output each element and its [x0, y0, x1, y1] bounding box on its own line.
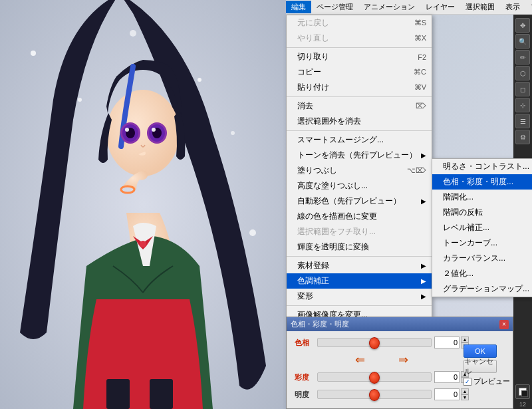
hsl-sat-slider[interactable]: [317, 372, 432, 382]
hsl-cancel-button[interactable]: キャンセル: [464, 360, 497, 373]
menu-copy[interactable]: コピー ⌘C: [287, 65, 432, 80]
hsl-dialog: 色相・彩度・明度 × OK キャンセル ✓ プレビュー 色相 ▲ ▼: [286, 317, 513, 409]
menu-paste[interactable]: 貼り付け ⌘V: [287, 80, 432, 95]
hsl-action-buttons: OK キャンセル ✓ プレビュー: [464, 344, 510, 386]
sep5: [287, 305, 432, 306]
menu-luminosity[interactable]: 輝度を透明度に変換: [287, 239, 432, 255]
hsl-sat-thumb[interactable]: [369, 372, 380, 384]
hsl-bri-thumb[interactable]: [369, 389, 380, 401]
hsl-preview-row: ✓ プレビュー: [464, 376, 510, 386]
svg-point-6: [231, 131, 235, 135]
svg-point-1: [31, 51, 36, 56]
submenu-invert[interactable]: 階調の反転 ⌘I: [432, 205, 532, 220]
hsl-ok-button[interactable]: OK: [464, 344, 497, 358]
menu-undo[interactable]: 元に戻し ⌘S: [287, 15, 432, 31]
hsl-titlebar: 色相・彩度・明度 ×: [287, 317, 513, 331]
hsl-title: 色相・彩度・明度: [291, 319, 349, 329]
svg-point-19: [125, 128, 129, 132]
submenu-hsl[interactable]: 色相・彩度・明度... ⌘U: [432, 174, 532, 190]
sep3: [287, 130, 432, 131]
hsl-hue-thumb[interactable]: [369, 337, 380, 349]
menu-fill[interactable]: 塗りつぶし ⌥⌦: [287, 163, 432, 178]
menu-smart-smooth[interactable]: スマートスムージング...: [287, 132, 432, 148]
menu-material-register[interactable]: 素材登録 ▶: [287, 258, 432, 273]
color-correction-submenu: 明るさ・コントラスト... 色相・彩度・明度... ⌘U 階調化... 階調の反…: [432, 158, 532, 297]
character-illustration: [0, 0, 286, 409]
hsl-bri-down[interactable]: ▼: [461, 394, 469, 400]
hsl-bri-slider[interactable]: [317, 390, 432, 399]
menu-tone-erase[interactable]: トーンを消去（先行プレビュー） ▶: [287, 148, 432, 163]
svg-rect-22: [150, 379, 173, 409]
svg-point-11: [140, 241, 146, 247]
menu-adv-fill[interactable]: 高度な塗りつぶし...: [287, 178, 432, 194]
submenu-levels[interactable]: レベル補正...: [432, 220, 532, 235]
svg-point-4: [198, 78, 201, 82]
hsl-preview-checkbox[interactable]: ✓: [464, 378, 471, 386]
svg-rect-21: [106, 379, 130, 409]
sep4: [287, 256, 432, 257]
hsl-sat-row: 彩度 ▲ ▼: [291, 368, 473, 386]
menu-selection-border[interactable]: 選択範囲をフチ取り...: [287, 224, 432, 239]
submenu-brightness[interactable]: 明るさ・コントラスト...: [432, 159, 532, 174]
hsl-hue-slider[interactable]: [317, 338, 432, 347]
hsl-hue-up[interactable]: ▲: [461, 337, 469, 342]
submenu-gradmap[interactable]: グラデーションマップ...: [432, 281, 532, 297]
menu-color-correction[interactable]: 色調補正 ▶: [287, 273, 432, 289]
svg-point-12: [106, 90, 180, 176]
sep2: [287, 96, 432, 97]
hsl-close-button[interactable]: ×: [499, 320, 509, 329]
hsl-bri-label: 明度: [295, 390, 315, 400]
hsl-preview-label: プレビュー: [473, 376, 510, 386]
submenu-binarize[interactable]: ２値化...: [432, 266, 532, 281]
hsl-hue-label: 色相: [295, 338, 315, 348]
menu-line-color[interactable]: 線の色を描画色に変更: [287, 209, 432, 224]
hsl-bri-row: 明度 ▲ ▼: [291, 386, 473, 403]
hsl-sat-label: 彩度: [295, 372, 315, 382]
sep1: [287, 47, 432, 48]
hsl-arrow-row: ⇐ ⇒: [291, 352, 473, 367]
menu-redo[interactable]: やり直し ⌘X: [287, 31, 432, 46]
svg-point-2: [78, 98, 82, 102]
character-area: [0, 0, 286, 409]
menu-cut[interactable]: 切り取り F2: [287, 49, 432, 65]
submenu-curves[interactable]: トーンカーブ...: [432, 235, 532, 251]
submenu-posterize[interactable]: 階調化...: [432, 190, 532, 205]
submenu-colorbalance[interactable]: カラーバランス...: [432, 251, 532, 266]
hsl-bri-up[interactable]: ▲: [461, 388, 469, 394]
svg-point-20: [152, 128, 156, 132]
svg-point-3: [130, 30, 136, 37]
menu-transform[interactable]: 変形 ▶: [287, 289, 432, 304]
svg-point-8: [249, 229, 256, 236]
hsl-bri-input[interactable]: [434, 388, 460, 400]
hsl-hue-input[interactable]: [434, 337, 460, 348]
hsl-sat-input[interactable]: [434, 371, 460, 383]
menu-delete[interactable]: 消去 ⌦: [287, 98, 432, 114]
hsl-arrow-right-icon: ⇒: [398, 352, 408, 367]
menu-delete-outside[interactable]: 選択範囲外を消去: [287, 114, 432, 129]
hsl-hue-row: 色相 ▲ ▼: [291, 334, 473, 351]
hsl-arrow-icon: ⇐: [355, 352, 365, 367]
menu-auto-color[interactable]: 自動彩色（先行プレビュー） ▶: [287, 194, 432, 209]
hsl-bri-spin: ▲ ▼: [461, 388, 469, 400]
